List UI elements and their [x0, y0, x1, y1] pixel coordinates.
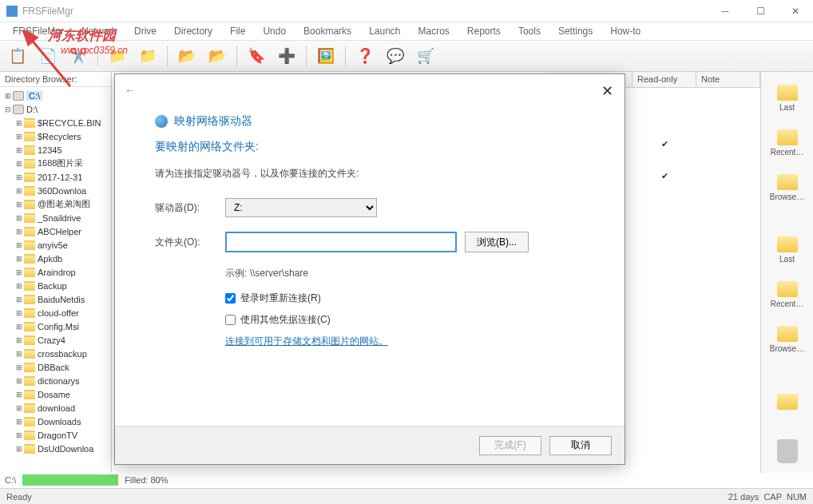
expand-icon[interactable]: ⊞	[14, 228, 23, 236]
expand-icon[interactable]: ⊞	[14, 336, 23, 344]
bookmark-add-button[interactable]: 🔖	[244, 43, 269, 69]
tree-drive-d[interactable]: ⊟ D:\	[0, 102, 111, 116]
expand-icon[interactable]: ⊞	[14, 241, 23, 249]
tree-folder[interactable]: ⊞12345	[0, 143, 111, 157]
copy-button[interactable]: 📋	[5, 43, 30, 69]
tree-folder[interactable]: ⊞Backup	[0, 279, 111, 292]
expand-icon[interactable]: ⊞	[14, 309, 23, 317]
expand-icon[interactable]: ⊞	[14, 363, 23, 371]
tree-folder[interactable]: ⊞Apkdb	[0, 252, 111, 265]
tree-folder[interactable]: ⊞cloud-offer	[0, 306, 111, 319]
expand-icon[interactable]: ⊞	[14, 323, 23, 331]
sidebar-recent-2[interactable]: Recent…	[767, 275, 807, 315]
menu-network[interactable]: Network	[73, 24, 125, 38]
tree-folder[interactable]: ⊞Crazy4	[0, 333, 111, 347]
col-readonly[interactable]: Read-only	[633, 72, 696, 87]
credentials-checkbox[interactable]	[225, 315, 236, 325]
expand-icon[interactable]: ⊞	[14, 350, 23, 358]
expand-icon[interactable]: ⊞	[14, 255, 23, 263]
menu-settings[interactable]: Settings	[550, 24, 601, 38]
tree-folder[interactable]: ⊞DsUdDownloa	[0, 442, 111, 455]
tree-folder[interactable]: ⊞Araindrop	[0, 265, 111, 279]
folder-input[interactable]	[225, 232, 457, 252]
open-folder2-button[interactable]: 📂	[204, 43, 230, 69]
tree-folder[interactable]: ⊞@图老弟淘图	[0, 197, 111, 211]
sidebar-browse-2[interactable]: Browse…	[767, 319, 807, 359]
folder1-button[interactable]: 📁	[105, 43, 130, 69]
tree-drive-c[interactable]: ⊞ C:\	[0, 89, 111, 102]
tree-folder[interactable]: ⊞dictionarys	[0, 374, 111, 387]
expand-icon[interactable]: ⊞	[14, 404, 23, 412]
finish-button[interactable]: 完成(F)	[479, 436, 541, 455]
expand-icon[interactable]: ⊞	[3, 92, 12, 100]
sidebar-last-1[interactable]: Last	[767, 78, 807, 118]
expand-icon[interactable]: ⊞	[14, 377, 23, 385]
expand-icon[interactable]: ⊞	[14, 173, 23, 181]
tree-folder[interactable]: ⊞$Recyclers	[0, 129, 111, 143]
tree-folder[interactable]: ⊞2017-12-31	[0, 170, 111, 184]
chat-button[interactable]: 💬	[383, 43, 408, 69]
menu-bookmarks[interactable]: Bookmarks	[295, 24, 359, 38]
expand-icon[interactable]: ⊞	[14, 418, 23, 426]
open-folder-button[interactable]: 📂	[174, 43, 200, 69]
menu-macros[interactable]: Macros	[410, 24, 458, 38]
expand-icon[interactable]: ⊞	[14, 296, 23, 304]
help-button[interactable]: ❓	[352, 43, 378, 69]
menu-directory[interactable]: Directory	[166, 24, 220, 38]
collapse-icon[interactable]: ⊟	[3, 105, 12, 113]
tree-folder[interactable]: ⊞DBBack	[0, 360, 111, 374]
tree-folder[interactable]: ⊞360Downloa	[0, 184, 111, 197]
tree-folder[interactable]: ⊞$RECYCLE.BIN	[0, 116, 111, 129]
folder2-button[interactable]: 📁	[135, 43, 161, 69]
cart-button[interactable]: 🛒	[413, 43, 438, 69]
expand-icon[interactable]: ⊞	[14, 268, 23, 276]
menu-launch[interactable]: Launch	[361, 24, 408, 38]
menu-file[interactable]: File	[222, 24, 253, 38]
cut-button[interactable]: ✂️	[65, 43, 91, 69]
storage-website-link[interactable]: 连接到可用于存储文档和图片的网站。	[225, 335, 585, 348]
tree-folder[interactable]: ⊞_Snaildrive	[0, 211, 111, 224]
paste-button[interactable]: 📄	[35, 43, 61, 69]
menu-drive[interactable]: Drive	[126, 24, 165, 38]
drive-select[interactable]: Z:	[225, 198, 377, 217]
expand-icon[interactable]: ⊞	[14, 431, 23, 439]
trash-icon[interactable]	[777, 439, 798, 463]
menu-reports[interactable]: Reports	[459, 24, 509, 38]
menu-undo[interactable]: Undo	[255, 24, 294, 38]
sidebar-browse-1[interactable]: Browse…	[767, 168, 807, 208]
minimize-button[interactable]: ─	[708, 0, 743, 22]
sidebar-add[interactable]	[767, 382, 807, 422]
expand-icon[interactable]: ⊞	[14, 200, 23, 208]
sidebar-recent-1[interactable]: Recent…	[767, 123, 807, 163]
menu-howto[interactable]: How-to	[602, 24, 648, 38]
tree-folder[interactable]: ⊞download	[0, 401, 111, 415]
expand-icon[interactable]: ⊞	[14, 391, 23, 399]
expand-icon[interactable]: ⊞	[14, 133, 23, 141]
tree-folder[interactable]: ⊞Config.Msi	[0, 319, 111, 333]
credentials-checkbox-row[interactable]: 使用其他凭据连接(C)	[225, 313, 585, 327]
expand-icon[interactable]: ⊞	[14, 445, 23, 453]
dialog-back-button[interactable]: ←	[125, 84, 136, 97]
new-item-button[interactable]: ➕	[274, 43, 299, 69]
expand-icon[interactable]: ⊞	[14, 214, 23, 222]
directory-tree[interactable]: ⊞ C:\ ⊟ D:\ ⊞$RECYCLE.BIN⊞$Recyclers⊞123…	[0, 87, 111, 473]
tree-folder[interactable]: ⊞crossbackup	[0, 347, 111, 360]
tree-folder[interactable]: ⊞Downloads	[0, 415, 111, 428]
tree-folder[interactable]: ⊞1688图片采	[0, 157, 111, 170]
tree-folder[interactable]: ⊞Dosame	[0, 387, 111, 401]
reconnect-checkbox[interactable]	[225, 293, 236, 304]
dialog-close-button[interactable]: ✕	[601, 82, 613, 100]
reconnect-checkbox-row[interactable]: 登录时重新连接(R)	[225, 292, 585, 305]
tree-folder[interactable]: ⊞DragonTV	[0, 428, 111, 442]
maximize-button[interactable]: ☐	[743, 0, 778, 22]
sidebar-last-2[interactable]: Last	[767, 230, 807, 270]
close-button[interactable]: ✕	[778, 0, 813, 22]
menu-frsfilemgr[interactable]: FRSFileMgr	[5, 24, 72, 38]
tree-folder[interactable]: ⊞ABCHelper	[0, 224, 111, 238]
expand-icon[interactable]: ⊞	[14, 119, 23, 127]
expand-icon[interactable]: ⊞	[14, 160, 23, 168]
tree-folder[interactable]: ⊞BaiduNetdis	[0, 292, 111, 306]
expand-icon[interactable]: ⊞	[14, 187, 23, 195]
expand-icon[interactable]: ⊞	[14, 282, 23, 290]
col-notes[interactable]: Note	[696, 72, 760, 87]
